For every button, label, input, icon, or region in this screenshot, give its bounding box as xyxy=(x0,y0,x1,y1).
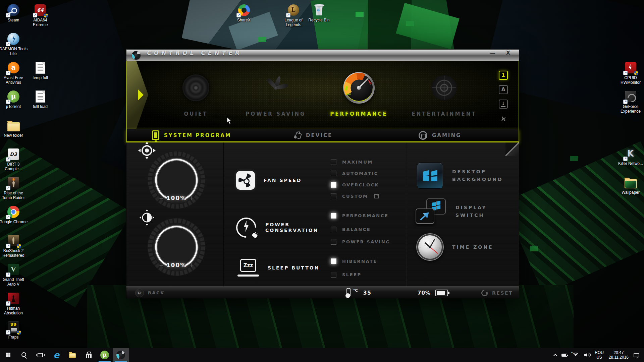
mode-entertainment[interactable]: ENTERTAINMENT xyxy=(407,69,481,126)
display-switch-shortcut[interactable]: DISPLAYSWITCH xyxy=(416,198,487,225)
checkbox[interactable] xyxy=(331,213,336,219)
checkbox[interactable] xyxy=(331,193,336,199)
volume-increase-button[interactable]: + xyxy=(189,195,194,201)
file-explorer-icon xyxy=(69,353,76,358)
battery-indicator: 70% xyxy=(418,287,448,298)
file-explorer-button[interactable] xyxy=(64,348,80,362)
desktop-icon-recycle-bin[interactable]: ♻ Recycle Bin xyxy=(304,3,334,22)
option-automatic[interactable]: AUTOMATIC xyxy=(331,171,378,176)
option-hibernate[interactable]: HIBERNATE xyxy=(331,258,377,264)
brightness-increase-button[interactable]: + xyxy=(189,262,194,268)
checkbox[interactable] xyxy=(331,182,336,188)
battery-icon xyxy=(435,290,448,296)
checkbox[interactable] xyxy=(331,227,336,232)
language-indicator[interactable]: ROUUS xyxy=(595,350,604,360)
time-zone-shortcut[interactable]: TIME ZONE xyxy=(417,234,493,260)
reset-icon xyxy=(480,288,489,298)
desktop-icon-cpuid-hwmonitor[interactable]: ↗ CPUID HWMonitor xyxy=(616,61,644,85)
clock[interactable]: 20:4728.11.2016 xyxy=(609,350,629,360)
gauge-icon: MIN MAX xyxy=(343,72,375,104)
option-sleep[interactable]: SLEEP xyxy=(331,272,361,278)
desktop-background-icon xyxy=(417,163,443,189)
checkbox[interactable] xyxy=(331,272,336,278)
desktop-icon-sharex[interactable]: ↗ ShareX xyxy=(229,3,259,22)
checkbox[interactable] xyxy=(331,239,336,245)
reset-button[interactable]: RESET xyxy=(481,287,513,298)
option-performance[interactable]: PERFORMANCE xyxy=(331,213,388,219)
desktop-icon-new-folder[interactable]: New folder xyxy=(0,119,28,138)
hidden-icons-chevron[interactable] xyxy=(553,354,557,357)
mode-quiet[interactable]: QUIET xyxy=(159,69,233,126)
start-button[interactable] xyxy=(0,348,16,362)
option-power-saving[interactable]: POWER SAVING xyxy=(331,239,390,245)
option-balance[interactable]: BALANCE xyxy=(331,227,371,232)
tab-gaming[interactable]: GAMING xyxy=(419,129,461,141)
desktop-icon-avast[interactable]: a↗ Avast Free Antivirus xyxy=(0,61,28,85)
desktop-icon-wallpaper-folder[interactable]: Wallpaper xyxy=(616,176,644,195)
desktop-icon-bioshock2[interactable]: ↗ BioShock 2 Remastered xyxy=(0,234,28,258)
desktop-icon-aida64[interactable]: 64↗ AIDA64 Extreme xyxy=(25,3,55,27)
store-button[interactable] xyxy=(80,348,97,362)
desktop-icon-dirt3[interactable]: D3↗ DiRT 3 Comple... xyxy=(0,147,28,171)
temp-value: 35 xyxy=(363,290,371,296)
display-mode-1-button[interactable]: 1 xyxy=(499,71,508,80)
option-overclock[interactable]: OVERCLOCK xyxy=(331,182,379,188)
desktop-icon-daemon-tools[interactable]: ↗ DAEMON Tools Lite xyxy=(0,32,28,56)
desktop-icon-temp-full[interactable]: temp full xyxy=(25,61,55,80)
checkbox[interactable] xyxy=(331,171,336,176)
desktop-icon-hitman[interactable]: ↗ Hitman Absolution xyxy=(0,292,28,315)
monitor-icon xyxy=(152,130,159,140)
checkbox[interactable] xyxy=(331,159,336,165)
mode-power-saving[interactable]: POWER SAVING xyxy=(239,69,313,126)
desktop-icon-fraps[interactable]: 99↗ Fraps xyxy=(0,320,28,340)
auto-mode-button[interactable]: A xyxy=(499,85,508,94)
brightness-decrease-button[interactable]: − xyxy=(159,262,164,268)
title-bar[interactable]: CONTROL CENTER — X xyxy=(126,49,519,61)
desktop-icon-killer-network[interactable]: K↗ Killer Netwo... xyxy=(616,147,644,166)
option-custom[interactable]: CUSTOM xyxy=(331,193,379,199)
mode-performance[interactable]: MIN MAX PERFORMANCE xyxy=(322,69,396,126)
desktop-icon-rise-tomb-raider[interactable]: ↗ Rise of the Tomb Raider xyxy=(0,176,28,200)
back-button[interactable]: ↩ BACK xyxy=(135,287,165,298)
tray-volume-icon[interactable] xyxy=(584,352,590,358)
minimize-button[interactable]: — xyxy=(490,50,495,61)
section-title: FAN SPEED xyxy=(264,178,302,183)
controller-icon xyxy=(419,131,427,140)
tray-battery-icon[interactable] xyxy=(561,354,567,357)
section-title: SLEEP BUTTON xyxy=(268,265,319,271)
airplane-mode-button[interactable] xyxy=(499,114,508,123)
close-button[interactable]: X xyxy=(506,50,510,61)
brightness-dial[interactable]: − 100% + xyxy=(147,218,206,277)
volume-decrease-button[interactable]: − xyxy=(159,195,164,201)
desktop-background-shortcut[interactable]: DESKTOPBACKGROUND xyxy=(417,163,503,189)
task-view-button[interactable] xyxy=(32,348,48,362)
desktop-icon-utorrent[interactable]: µ↗ µTorrent xyxy=(0,90,28,109)
uac-shield-icon xyxy=(17,330,21,335)
tab-system-program[interactable]: SYSTEM PROGRAM xyxy=(152,129,231,141)
option-label: MAXIMUM xyxy=(342,160,373,165)
power-conservation-section: POWERCONSERVATION xyxy=(236,217,318,238)
utorrent-taskbar-button[interactable]: µ xyxy=(97,348,113,362)
wifi-icon[interactable]: * xyxy=(572,353,579,358)
tab-device[interactable]: DEVICE xyxy=(294,129,332,141)
desktop-icon-chrome[interactable]: ↗ Google Chrome xyxy=(0,205,28,224)
desktop-icon-fulll-load[interactable]: fulll load xyxy=(25,90,55,109)
fan-speed-section: FAN SPEED xyxy=(236,171,302,190)
mouse-cursor xyxy=(226,117,233,125)
download-button[interactable]: ↓ xyxy=(499,100,508,109)
desktop-icon-league-of-legends[interactable]: L↗ League of Legends xyxy=(279,3,308,27)
desktop-icon-gtav[interactable]: V↗ Grand Theft Auto V xyxy=(0,263,28,287)
search-button[interactable] xyxy=(16,348,32,362)
open-external-icon[interactable] xyxy=(374,194,379,198)
desktop-icon-label: Killer Netwo... xyxy=(616,161,644,166)
usb-icon xyxy=(293,130,302,140)
action-center-icon[interactable] xyxy=(634,353,639,357)
volume-dial[interactable]: − 100% + xyxy=(147,150,206,209)
option-maximum[interactable]: MAXIMUM xyxy=(331,159,373,165)
edge-button[interactable]: e xyxy=(48,348,64,362)
checkbox[interactable] xyxy=(331,258,336,264)
control-center-taskbar-button[interactable] xyxy=(113,348,129,362)
desktop-icon-geforce-experience[interactable]: ↗ GeForce Experience xyxy=(616,90,644,114)
desktop-icon-steam[interactable]: ↗ Steam xyxy=(0,3,28,22)
reset-label: RESET xyxy=(492,290,513,296)
